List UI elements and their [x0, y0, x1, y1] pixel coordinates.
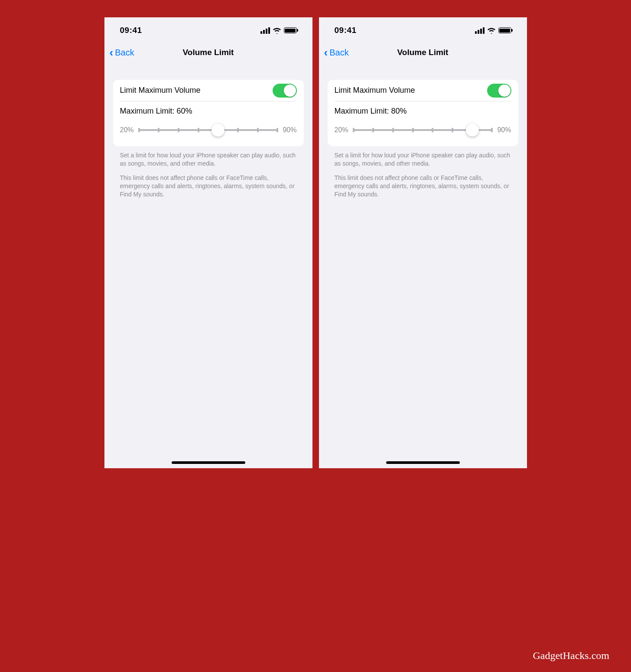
- toggle-label: Limit Maximum Volume: [335, 86, 415, 95]
- footer-help-text: Set a limit for how loud your iPhone spe…: [113, 146, 304, 198]
- settings-card: Limit Maximum Volume Maximum Limit: 60% …: [113, 80, 304, 146]
- nav-bar: ‹ Back Volume Limit: [104, 43, 312, 62]
- slider-tick: [138, 128, 140, 132]
- slider-min-label: 20%: [120, 126, 134, 134]
- credit-text: GadgetHacks.com: [533, 650, 609, 662]
- back-label: Back: [115, 48, 134, 58]
- toggle-knob: [498, 85, 511, 97]
- slider-tick: [392, 128, 394, 132]
- chevron-left-icon: ‹: [110, 47, 114, 58]
- status-bar: 09:41: [104, 17, 312, 43]
- status-time: 09:41: [120, 26, 142, 35]
- toggle-row: Limit Maximum Volume: [120, 80, 297, 101]
- back-label: Back: [329, 48, 348, 58]
- volume-slider[interactable]: [354, 124, 492, 137]
- volume-slider[interactable]: [139, 124, 278, 137]
- back-button[interactable]: ‹ Back: [110, 47, 134, 58]
- slider-row-group: Maximum Limit: 80% 20% 90%: [335, 101, 511, 146]
- cellular-signal-icon: [475, 27, 485, 34]
- comparison-frame: 09:41 ‹ Back Volume Limit Limit Maximum …: [0, 0, 631, 672]
- footer-paragraph-2: This limit does not affect phone calls o…: [335, 174, 511, 199]
- slider-thumb[interactable]: [211, 124, 224, 137]
- slider-tick: [276, 128, 278, 132]
- status-bar: 09:41: [319, 17, 527, 43]
- slider-tick: [178, 128, 179, 132]
- footer-help-text: Set a limit for how loud your iPhone spe…: [328, 146, 518, 198]
- home-indicator: [386, 461, 460, 464]
- nav-bar: ‹ Back Volume Limit: [319, 43, 527, 62]
- cellular-signal-icon: [260, 27, 270, 34]
- battery-icon: [498, 27, 511, 33]
- toggle-row: Limit Maximum Volume: [335, 80, 511, 101]
- max-limit-label: Maximum Limit: 60%: [120, 107, 297, 116]
- limit-volume-toggle[interactable]: [273, 84, 297, 98]
- slider-tick: [257, 128, 259, 132]
- home-indicator: [172, 461, 245, 464]
- settings-card: Limit Maximum Volume Maximum Limit: 80% …: [328, 80, 518, 146]
- slider-tick: [452, 128, 453, 132]
- page-title: Volume Limit: [319, 48, 527, 57]
- slider-max-label: 90%: [283, 126, 296, 134]
- slider-tick: [158, 128, 159, 132]
- slider-tick: [198, 128, 199, 132]
- page-title: Volume Limit: [104, 48, 312, 57]
- limit-volume-toggle[interactable]: [487, 84, 511, 98]
- status-time: 09:41: [335, 26, 357, 35]
- phone-screenshot-left: 09:41 ‹ Back Volume Limit Limit Maximum …: [104, 17, 312, 468]
- slider-tick: [491, 128, 493, 132]
- slider-tick: [372, 128, 374, 132]
- slider-thumb[interactable]: [466, 124, 479, 137]
- phone-screenshot-right: 09:41 ‹ Back Volume Limit Limit Maximum …: [319, 17, 527, 468]
- slider-tick: [412, 128, 414, 132]
- max-limit-label: Maximum Limit: 80%: [335, 107, 511, 116]
- toggle-label: Limit Maximum Volume: [120, 86, 201, 95]
- slider-max-label: 90%: [497, 126, 511, 134]
- slider-tick: [432, 128, 433, 132]
- wifi-icon: [487, 27, 496, 34]
- slider-row-group: Maximum Limit: 60% 20% 90%: [120, 101, 297, 146]
- footer-paragraph-2: This limit does not affect phone calls o…: [120, 174, 297, 199]
- wifi-icon: [273, 27, 281, 34]
- slider-tick: [237, 128, 239, 132]
- back-button[interactable]: ‹ Back: [324, 47, 349, 58]
- slider-min-label: 20%: [335, 126, 348, 134]
- settings-content: Limit Maximum Volume Maximum Limit: 60% …: [104, 62, 312, 198]
- slider-tick: [353, 128, 355, 132]
- footer-paragraph-1: Set a limit for how loud your iPhone spe…: [335, 151, 511, 168]
- chevron-left-icon: ‹: [324, 47, 328, 58]
- toggle-knob: [284, 85, 296, 97]
- footer-paragraph-1: Set a limit for how loud your iPhone spe…: [120, 151, 297, 168]
- settings-content: Limit Maximum Volume Maximum Limit: 80% …: [319, 62, 527, 198]
- battery-icon: [284, 27, 297, 33]
